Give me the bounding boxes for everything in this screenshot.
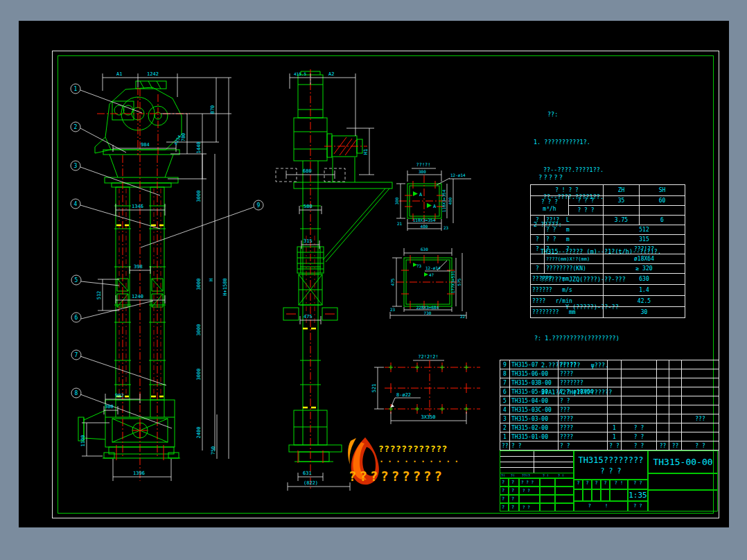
logo-text-line1: ???????????? [378,444,448,454]
spec-unit: m [566,227,570,233]
bom-row: 2TH315-02-00????1? ? [500,423,719,432]
left-view-callouts: 1 2 3 4 5 6 7 8 9 [71,84,263,398]
spec-unit: r/min [556,298,572,304]
detail-title: ??!?! [416,162,430,168]
spec-cell: ? ? ? [569,206,604,216]
rev-cell-text: ? [511,505,514,510]
detail-anchor-plan: ?2!2!2! 521 8-ø22 3X350 [371,354,480,424]
dim-label: 300 [394,197,399,204]
bom-table: 9TH315-07??!??8TH315-06-00????7TH315-03B… [500,360,719,450]
bom-row: 6TH315-05-00? ? ø18X64 [500,387,719,396]
callout-balloon: 6 [71,313,81,322]
dim-label: 118X3=354 [441,189,446,212]
spec-cell: ?????? [532,276,552,282]
tb-empty-box [648,473,718,490]
dim-label: 1440 [196,142,202,154]
dim-label: 1396 [133,471,145,476]
rev-cell-text: ? [511,488,514,493]
dim-label: 984 [141,142,150,148]
bom-row: 9TH315-07??!?? [500,360,719,369]
rev-cell-text: ? [502,488,504,493]
rev-col-label: ?! [501,473,505,478]
dim-label: 475 [390,278,395,286]
tb-cell: ? [583,480,592,489]
tb-bottom2: ? ? [628,501,648,511]
hole-callout: 8-ø22 [396,392,411,398]
dim-label: 730 [424,310,432,315]
rev-cell-text: ? [511,496,514,502]
cad-sheet: { "colors":{"background":"#7b8c9e","pape… [0,0,747,560]
svg-text:1: 1 [74,86,78,92]
spec-cell: ???????? [532,309,559,315]
svg-text:5: 5 [75,277,78,283]
spec-cell: ? ? [546,236,556,243]
rev-cell-text: ? [502,480,504,485]
rev-col-label: ??!? [522,473,530,478]
bom-header-cell: ?? [669,441,682,450]
scale-value: 1:35 [628,489,648,501]
svg-text:2: 2 [74,124,78,130]
rev-cell-text: ? [502,496,504,502]
spec-unit: m/s [562,287,572,293]
dim-label: 750 [211,446,216,455]
bom-header-row: ??? ?? ?? ?? ?????? ? [500,441,719,450]
bom-row: 7TH315-03B-00??????? [500,378,719,387]
left-view-dimensions: A1 1242 780 1440 870 984 ø254 1346 3000 … [80,71,254,481]
spec-value: 3.75 [604,216,640,225]
dim-label: 1240 [132,294,143,299]
logo-text-line2: ????????? [349,469,445,484]
tb-bottom1: ? ! [574,501,628,511]
spec-value: ø18X64 [604,254,685,264]
detail-section-2: 630 12-ø14 475 177X3=531 575 228X3=684 7… [390,247,466,319]
spec-cell: ? [546,246,550,252]
dim-label: 22 [460,314,466,319]
dim-label: 21 [397,221,403,226]
spec-value: 1.4 [604,285,685,296]
callout-balloon: 8 [71,388,81,398]
tb-cell: ? [574,480,583,489]
spec-value: 6 [640,216,685,225]
dim-label: A1 [116,71,122,77]
bom-header-cell: ? ? [682,441,719,450]
rev-col-label: ? ! [543,473,549,478]
spec-cell: ? [531,245,545,254]
spec-cell: ? ? [546,227,556,233]
svg-text:9: 9 [257,202,261,209]
spec-unit: m [566,236,570,243]
spec-header: ? ! ? ? [531,185,604,196]
bom-row: 1TH315-01-00????1? ? [500,432,719,441]
dim-label: 300 [105,404,114,410]
spec-cell: ??!? [546,217,559,223]
dim-label: 475 [304,314,313,320]
dim-label: 400 [448,197,452,204]
bom-header-cell: ?? [500,441,510,450]
spec-value: 630 [604,274,685,285]
dim-label: 1100 [80,435,86,447]
rev-cell-text: ? [502,505,504,510]
note-line: ??--????.????1??. [543,166,688,175]
callout-balloon: 1 [71,84,80,94]
spec-unit: mm [569,309,576,315]
callout-balloon: 2 [71,122,80,132]
dim-label: 630 [421,247,428,252]
spec-value: 35 [604,196,640,206]
dim-label: (822) [304,480,318,486]
svg-text:6: 6 [75,315,78,321]
dim-label: 398 [134,264,143,270]
tb-sig1: ? ! [610,480,628,489]
side-view-structure [276,69,392,489]
hole-callout: 12-ø14 [425,265,441,270]
dim-label: 300 [419,169,426,174]
bom-body: 9TH315-07??!??8TH315-06-00????7TH315-03B… [500,360,719,441]
detail-section-1: ??!?! 300 12-ø14 300 118X3=354 400 118X3… [394,162,471,231]
spec-cell: ???? [532,298,545,304]
dim-label: 631 [303,471,312,476]
dim-label: 315 [304,238,313,244]
drawing-subtitle: ? ? ? [574,467,647,475]
spec-cell: ? ? ? [541,199,558,205]
drawing-title: TH315???????? [574,455,647,465]
dim-label: 521 [371,384,377,393]
dim-label: 415.5 [294,71,306,76]
spec-cell: ? ? ? [569,196,604,206]
dim-label: 512 [96,291,102,300]
